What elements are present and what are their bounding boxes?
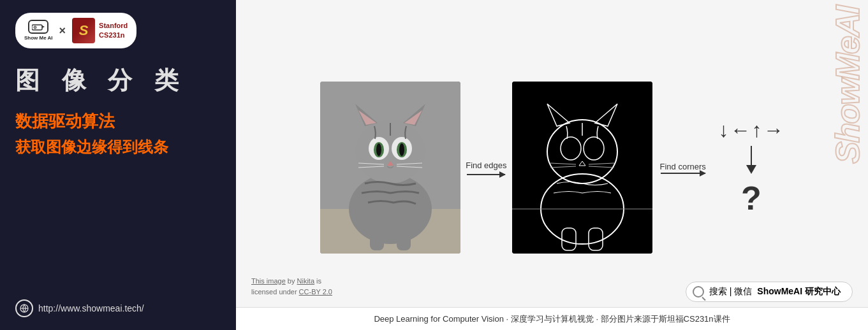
stanford-text: Stanford CS231n	[99, 21, 128, 41]
sidebar: Show Me AI × S Stanford CS231n 图 像 分 类 数…	[0, 0, 236, 330]
caption-author-link[interactable]: Nikita	[297, 277, 315, 285]
caption-license-link[interactable]: CC-BY 2.0	[299, 288, 332, 296]
arrow-right-sym: →	[763, 118, 784, 142]
stanford-s-icon: S	[72, 18, 95, 43]
footer-bar: Deep Learning for Computer Vision · 深度学习…	[236, 307, 868, 330]
subtitle-1: 数据驱动算法	[15, 111, 221, 133]
find-corners-section: Find corners	[652, 162, 714, 174]
arrow-up: ↑	[752, 118, 762, 142]
svg-rect-0	[32, 25, 42, 30]
svg-marker-1	[42, 25, 45, 28]
search-icon	[693, 286, 704, 298]
caption-image-link[interactable]: This image	[251, 277, 286, 285]
showmeai-logo: Show Me AI	[24, 20, 53, 41]
edge-image	[512, 82, 652, 254]
logo-bar: Show Me AI × S Stanford CS231n	[15, 13, 136, 48]
subtitle-2: 获取图像边缘得到线条	[15, 137, 221, 157]
search-bar[interactable]: 搜索 | 微信 ShowMeAI 研究中心	[686, 282, 853, 302]
find-edges-arrow: Find edges	[460, 161, 511, 175]
search-divider-text: 搜索 | 微信	[709, 286, 752, 298]
footer-text: Deep Learning for Computer Vision · 深度学习…	[374, 313, 730, 325]
website-row: http://www.showmeai.tech/	[15, 289, 221, 317]
find-edges-label: Find edges	[466, 161, 506, 170]
stanford-combined: S Stanford CS231n	[72, 18, 128, 43]
page-title: 图 像 分 类	[15, 66, 221, 96]
main-content: ShowMeAI	[236, 0, 868, 330]
svg-point-3	[34, 27, 36, 28]
search-brand: ShowMeAI 研究中心	[757, 286, 841, 298]
arrow-left: ←	[730, 118, 751, 142]
diagram-area: Find edges	[251, 11, 853, 324]
svg-rect-27	[512, 82, 652, 254]
question-mark: ?	[741, 179, 761, 217]
website-url[interactable]: http://www.showmeai.tech/	[38, 303, 144, 313]
svg-rect-25	[370, 228, 384, 250]
svg-point-19	[399, 143, 404, 156]
x-separator: ×	[59, 24, 66, 38]
cat-image	[320, 82, 460, 254]
image-caption: This image by Nikita is licensed under C…	[251, 276, 332, 297]
svg-point-18	[376, 143, 381, 156]
showmeai-icon-box	[28, 20, 48, 34]
right-arrow-2	[661, 173, 705, 174]
website-icon	[15, 299, 33, 317]
showmeai-label: Show Me AI	[24, 35, 53, 41]
right-arrow-1	[467, 174, 505, 175]
corner-arrows-section: ↓ ← ↑ → ?	[719, 118, 784, 217]
arrow-down: ↓	[719, 118, 729, 142]
svg-rect-26	[397, 228, 411, 250]
caption-text: This image by Nikita is licensed under C…	[251, 277, 332, 296]
